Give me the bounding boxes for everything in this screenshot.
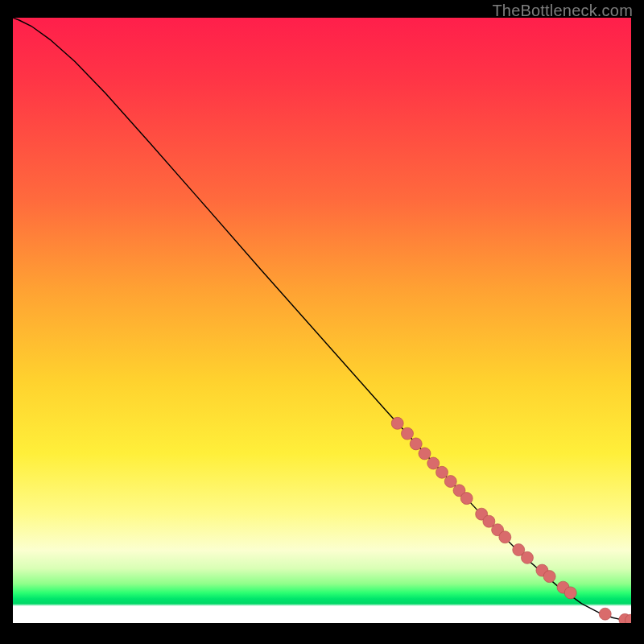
curve-series	[13, 18, 631, 621]
data-dot	[499, 531, 511, 543]
data-dot	[460, 493, 473, 505]
data-dot	[427, 457, 440, 469]
chart-stage: TheBottleneck.com	[0, 0, 644, 644]
data-dot	[564, 587, 576, 599]
data-dot	[543, 571, 555, 583]
curve-path	[13, 18, 631, 621]
dots-series	[391, 417, 631, 623]
curve-layer	[13, 18, 631, 623]
data-dot	[401, 427, 413, 440]
data-dot	[444, 476, 456, 488]
plot-area	[13, 18, 631, 623]
data-dot	[436, 466, 448, 478]
data-dot	[521, 551, 533, 564]
data-dot	[410, 438, 422, 450]
data-dot	[419, 448, 431, 460]
data-dot	[599, 608, 611, 620]
data-dot	[391, 417, 403, 429]
